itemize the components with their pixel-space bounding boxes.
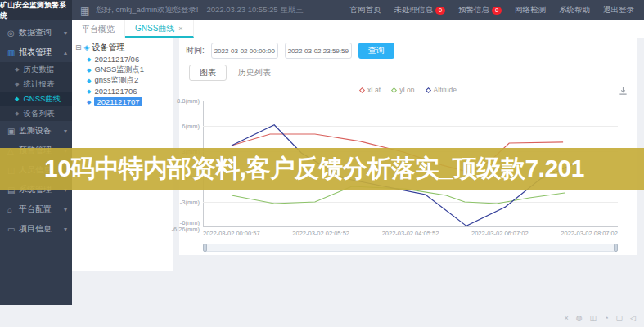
sidebar-item-project-info[interactable]: ▭ 项目信息 ▾ xyxy=(0,219,72,239)
logout-button[interactable]: 退出登录 xyxy=(603,5,634,16)
device-node-icon: ◆ xyxy=(87,56,91,63)
legend-label: yLon xyxy=(399,86,414,94)
sidebar-subitem-label: 历史数据 xyxy=(23,65,54,75)
bullet-icon: ◆ xyxy=(15,110,19,117)
tree-node-label: 20211217/06 xyxy=(94,55,139,64)
tree-node-selected[interactable]: ◆ 2021121707 xyxy=(87,97,169,106)
tree-root-label: 设备管理 xyxy=(92,42,124,53)
sidebar-subitem-device-list[interactable]: ◆ 设备列表 xyxy=(0,106,72,121)
save-as-image-icon[interactable] xyxy=(619,84,628,99)
sidebar-subitem-stat-report[interactable]: ◆ 统计报表 xyxy=(0,77,72,92)
header-menu-help[interactable]: 系统帮助 xyxy=(559,5,590,16)
legend-item-ylon[interactable]: yLon xyxy=(392,86,414,94)
time-filter-row: 时间: 查询 xyxy=(179,38,637,60)
y-tick-label: 8.8(mm) xyxy=(177,97,200,105)
folder-icon: ◈ xyxy=(84,43,90,52)
zoom-handle-right[interactable] xyxy=(614,244,618,252)
sidebar-subitem-label: 统计报表 xyxy=(23,79,54,90)
sidebar-item-devices[interactable]: ▣ 监测设备 ▾ xyxy=(0,121,72,141)
legend-marker-icon xyxy=(391,87,397,92)
floating-toolbar: × ◍ ◫ ◔ ▢ ◁ xyxy=(564,314,636,322)
tree-node[interactable]: ◆ 20211217/06 xyxy=(87,55,169,64)
sidebar-item-label: 报表管理 xyxy=(19,47,52,58)
sidebar-subitem-history-data[interactable]: ◆ 历史数据 xyxy=(0,62,72,77)
chart-card: 时间: 查询 图表 历史列表 xLat yLon Altitude xyxy=(179,38,637,255)
floating-arrow-icon[interactable]: ◁ xyxy=(630,314,636,322)
device-node-icon: ◆ xyxy=(87,99,91,105)
spam-banner-text: 10码中特内部资料,客户反馈分析落实_顶级款7.201 xyxy=(44,152,584,186)
bullet-icon: ◆ xyxy=(15,66,19,73)
chevron-down-icon: ▾ xyxy=(64,206,67,213)
unhandled-count-badge: 0 xyxy=(435,7,445,15)
zoom-handle-left[interactable] xyxy=(203,244,207,252)
data-zoom-slider[interactable] xyxy=(203,244,618,252)
top-header: 矿山安全监测预警系统 ▦ 您好, cmkj_admin欢迎您登录! 2022.0… xyxy=(0,0,644,20)
x-axis-labels: 2022-03-02 00:00:57 2022-03-02 02:05:52 … xyxy=(203,230,618,237)
tab-platform-overview[interactable]: 平台概览 xyxy=(72,20,125,38)
view-tab-history-list[interactable]: 历史列表 xyxy=(238,65,271,80)
legend-marker-icon xyxy=(359,87,365,92)
tree-node-label: 2021121707 xyxy=(94,97,142,106)
x-tick-label: 2022-03-02 00:00:57 xyxy=(203,230,260,237)
sidebar-item-label: 数据查询 xyxy=(19,27,52,38)
tree-node[interactable]: ◆ gnss监测点2 xyxy=(87,76,169,85)
tree-root-node[interactable]: ⊟ ◈ 设备管理 xyxy=(75,42,169,53)
bullet-icon: ◆ xyxy=(15,96,19,102)
header-menu-network[interactable]: 网络检测 xyxy=(515,5,546,16)
floating-clock-icon[interactable]: ◔ xyxy=(604,314,608,322)
header-datetime: 2022.03.23 10:55:25 星期三 xyxy=(206,5,303,16)
end-time-input[interactable] xyxy=(285,43,352,59)
sidebar-item-label: 监测设备 xyxy=(19,125,52,137)
grid-menu-icon[interactable]: ▦ xyxy=(80,5,89,16)
legend-marker-icon xyxy=(426,87,431,92)
tree-node-label: gnss监测点2 xyxy=(94,75,138,86)
tree-node-label: GNSS监测点1 xyxy=(94,65,144,75)
start-time-input[interactable] xyxy=(211,43,278,59)
sidebar-subitem-gnss-curve[interactable]: ◆ GNSS曲线 xyxy=(0,92,72,106)
tree-node-label: 2021121706 xyxy=(94,87,137,96)
user-icon: ◎ xyxy=(7,29,19,38)
chevron-down-icon: ▾ xyxy=(64,29,67,37)
x-tick-label: 2022-03-02 02:05:52 xyxy=(292,230,349,237)
briefcase-icon: ▭ xyxy=(7,225,19,234)
sidebar-subitem-label: GNSS曲线 xyxy=(23,94,61,105)
legend-label: Altitude xyxy=(434,86,457,94)
sidebar-item-label: 项目信息 xyxy=(19,223,52,235)
device-node-icon: ◆ xyxy=(87,78,91,84)
monitor-icon: ▣ xyxy=(7,127,19,136)
view-tab-chart[interactable]: 图表 xyxy=(189,65,227,81)
sidebar-item-label: 平台配置 xyxy=(19,204,52,215)
device-node-icon: ◆ xyxy=(87,67,91,74)
header-menu-home[interactable]: 官网首页 xyxy=(350,5,381,16)
x-tick-label: 2022-03-02 08:07:02 xyxy=(561,230,618,237)
legend-item-altitude[interactable]: Altitude xyxy=(426,86,457,94)
tree-collapse-icon[interactable]: ⊟ xyxy=(75,43,82,52)
query-button[interactable]: 查询 xyxy=(358,43,394,59)
legend-item-xlat[interactable]: xLat xyxy=(360,86,381,94)
sidebar-item-reports[interactable]: ▥ 报表管理 ▴ xyxy=(0,43,72,62)
chevron-down-icon: ▾ xyxy=(64,226,67,233)
device-node-icon: ◆ xyxy=(87,88,91,95)
floating-close-icon[interactable]: × xyxy=(564,314,568,322)
bullet-icon: ◆ xyxy=(15,81,19,87)
sidebar-item-data-query[interactable]: ◎ 数据查询 ▾ xyxy=(0,23,72,43)
close-icon[interactable]: × xyxy=(178,25,182,33)
y-tick-label: -3(mm) xyxy=(180,199,200,206)
tree-node[interactable]: ◆ GNSS监测点1 xyxy=(87,65,169,74)
floating-circle-icon[interactable]: ◍ xyxy=(576,314,583,322)
sidebar-item-platform-config[interactable]: ⌂ 平台配置 ▾ xyxy=(0,199,72,219)
x-tick-label: 2022-03-02 06:07:02 xyxy=(471,230,529,237)
header-menu-alerts[interactable]: 预警信息 0 xyxy=(458,5,502,16)
floating-box-icon[interactable]: ▢ xyxy=(616,314,624,322)
tab-gnss-curve-label: GNSS曲线 xyxy=(135,23,174,34)
y-tick-label: -6.26(mm) xyxy=(171,226,200,233)
chevron-up-icon: ▴ xyxy=(64,49,67,56)
header-menu-unhandled-label: 未处理信息 xyxy=(394,5,434,16)
floating-window-icon[interactable]: ◫ xyxy=(590,314,597,322)
tree-node[interactable]: ◆ 2021121706 xyxy=(87,87,169,96)
header-menu-unhandled[interactable]: 未处理信息 0 xyxy=(394,5,446,16)
home-icon: ⌂ xyxy=(7,205,19,214)
page-tab-bar: 平台概览 GNSS曲线 × xyxy=(72,20,644,38)
tab-gnss-curve[interactable]: GNSS曲线 × xyxy=(125,20,194,38)
sidebar-submenu-reports: ◆ 历史数据 ◆ 统计报表 ◆ GNSS曲线 ◆ 设备列表 xyxy=(0,62,72,121)
